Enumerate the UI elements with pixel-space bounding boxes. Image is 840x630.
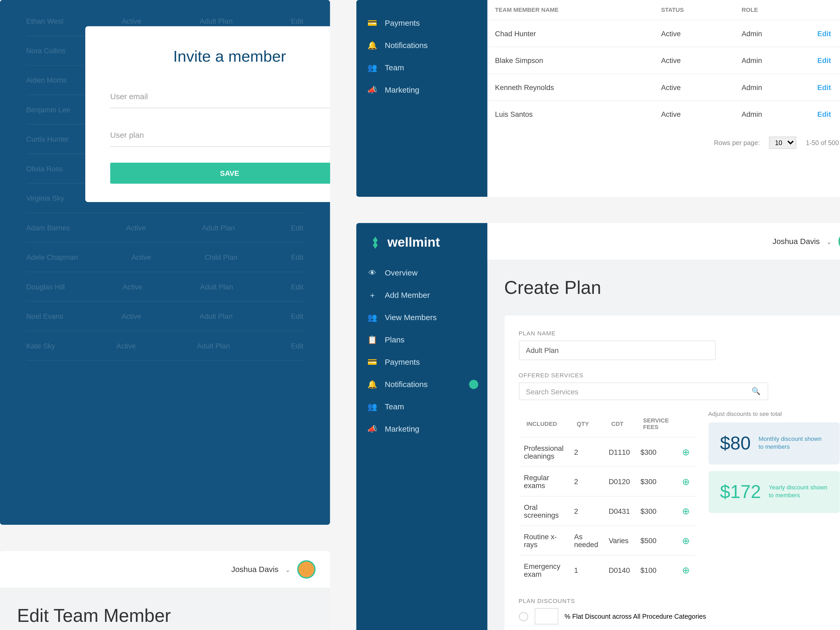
yearly-price: $172Yearly discount shown to members <box>708 471 840 513</box>
add-icon[interactable]: ⊕ <box>682 476 690 487</box>
pagination[interactable]: Rows per page: 10 1-50 of 500 ‹ › <box>487 127 840 158</box>
table-row: Kenneth ReynoldsActiveAdminEdit <box>487 74 840 101</box>
edit-link[interactable]: Edit <box>818 84 831 91</box>
table-row: Oral screenings2D0431$300⊕ <box>518 496 695 526</box>
user-email-field[interactable]: User email <box>110 85 330 108</box>
invite-member-screen: Ethan WestActiveAdult PlanEdit Nora Coll… <box>0 0 330 525</box>
monthly-price: $80Monthly discount shown to members <box>708 422 840 464</box>
table-row: Regular exams2D0120$300⊕ <box>518 467 695 496</box>
sidebar-item-view-members[interactable]: 👥View Members <box>356 306 487 329</box>
edit-link[interactable]: Edit <box>818 30 831 38</box>
sidebar-item-overview[interactable]: 👁Overview <box>356 262 487 284</box>
logo: wellmint <box>356 235 487 262</box>
sidebar-item-marketing[interactable]: 📣Marketing <box>356 418 487 440</box>
sidebar-item-payments[interactable]: 💳Payments <box>356 351 487 373</box>
sidebar-item-payments[interactable]: 💳Payments <box>356 12 487 34</box>
edit-team-member-screen: Joshua Davis ⌄ Edit Team Member Team Mem… <box>0 551 330 630</box>
notification-badge <box>469 380 478 389</box>
search-services-input[interactable]: Search Services🔍 <box>518 382 768 400</box>
table-row: Emergency exam1D0140$100⊕ <box>518 555 695 584</box>
page-title: Create Plan <box>487 261 840 316</box>
save-button[interactable]: SAVE <box>110 163 330 184</box>
table-row: Routine x-raysAs neededVaries$500⊕ <box>518 526 695 556</box>
edit-link[interactable]: Edit <box>818 110 831 118</box>
edit-link[interactable]: Edit <box>818 57 831 64</box>
sidebar-item-notifications[interactable]: 🔔Notifications <box>356 34 487 57</box>
sidebar-item-marketing[interactable]: 📣Marketing <box>356 79 487 101</box>
search-icon: 🔍 <box>752 387 761 396</box>
table-row: Luis SantosActiveAdminEdit <box>487 101 840 127</box>
sidebar-item-add-member[interactable]: ＋Add Member <box>356 284 487 306</box>
avatar[interactable] <box>838 232 840 251</box>
plan-name-input[interactable] <box>518 341 715 360</box>
invite-title: Invite a member <box>110 47 330 66</box>
add-icon[interactable]: ⊕ <box>682 565 690 575</box>
user-plan-select[interactable]: User plan⌄ <box>110 124 330 147</box>
table-row: Professional cleanings2D1110$300⊕ <box>518 437 695 467</box>
table-row: Chad HunterActiveAdminEdit <box>487 20 840 47</box>
chevron-down-icon: ⌄ <box>285 566 290 573</box>
table-row: Blake SimpsonActiveAdminEdit <box>487 47 840 74</box>
add-icon[interactable]: ⊕ <box>682 535 690 546</box>
add-icon[interactable]: ⊕ <box>682 506 690 516</box>
team-table-screen: 💳Payments 🔔Notifications 👥Team 📣Marketin… <box>356 0 840 197</box>
sidebar-item-team[interactable]: 👥Team <box>356 396 487 418</box>
page-title: Edit Team Member <box>0 589 330 630</box>
sidebar-item-plans[interactable]: 📋Plans <box>356 329 487 351</box>
flat-discount-radio[interactable] <box>518 612 528 621</box>
add-icon[interactable]: ⊕ <box>682 447 690 457</box>
avatar[interactable] <box>297 560 315 579</box>
user-menu[interactable]: Joshua Davis <box>231 565 278 574</box>
create-plan-screen: wellmint 👁Overview ＋Add Member 👥View Mem… <box>356 223 840 630</box>
sidebar-item-notifications[interactable]: 🔔Notifications <box>356 373 487 396</box>
sidebar-item-team[interactable]: 👥Team <box>356 57 487 79</box>
